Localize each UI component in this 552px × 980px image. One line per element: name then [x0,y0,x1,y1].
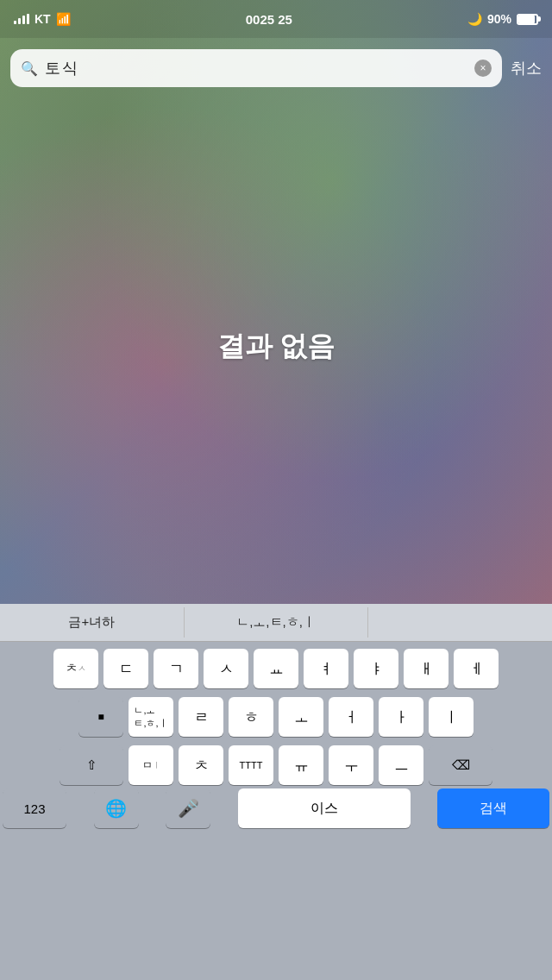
search-icon: 🔍 [21,60,38,77]
key-s[interactable]: ㅅ [204,649,248,688]
search-input-container[interactable]: 🔍 토식 × [10,49,502,87]
cancel-button[interactable]: 취소 [511,58,542,79]
search-button[interactable]: 검색 [437,788,549,828]
key-yeo[interactable]: ㅕ [304,649,348,688]
shift-button[interactable]: ⇧ [60,745,123,785]
search-area: 🔍 토식 × 취소 [0,38,552,98]
key-row-bottom: 123 🌐 🎤 이스 검색 [0,788,552,833]
clear-button[interactable]: × [474,60,492,77]
battery-percent: 90% [487,12,511,26]
globe-button[interactable]: 🌐 [94,788,139,828]
keyboard: 금+녀하 ㄴ,ㅗ,ㅌ,ㅎ,ㅣ ㅊㅅ ㄷ ㄱ ㅅ ㅛ ㅕ ㅑ ㅐ ㅔ ■ ㄴ,ㅗㅌ… [0,604,552,980]
search-input[interactable]: 토식 [45,58,467,79]
carrier-label: KT [34,12,51,26]
no-results-text: 결과 없음 [0,328,552,366]
key-ch[interactable]: ㅊ [179,745,223,785]
key-eu[interactable]: ㅡ [379,745,423,785]
key-eo[interactable]: ㅓ [329,697,373,737]
key-yo[interactable]: ㅛ [254,649,298,688]
keys-area: ㅊㅅ ㄷ ㄱ ㅅ ㅛ ㅕ ㅑ ㅐ ㅔ ■ ㄴ,ㅗㅌ,ㅎ,ㅣ ㄹ ㅎ ㅗ ㅓ ㅏ … [0,642,552,788]
key-i[interactable]: ㅣ [429,697,474,737]
key-special-1[interactable]: ■ [78,697,123,737]
moon-icon: 🌙 [467,12,482,26]
numbers-button[interactable]: 123 [3,788,66,828]
key-chss[interactable]: ㅊㅅ [53,649,98,688]
key-row-2: ■ ㄴ,ㅗㅌ,ㅎ,ㅣ ㄹ ㅎ ㅗ ㅓ ㅏ ㅣ [3,697,549,737]
suggestion-1[interactable]: 금+녀하 [0,607,185,638]
key-combo[interactable]: ㄴ,ㅗㅌ,ㅎ,ㅣ [129,697,173,737]
suggestion-3[interactable] [368,616,552,630]
key-e[interactable]: ㅔ [454,649,499,688]
key-row-1: ㅊㅅ ㄷ ㄱ ㅅ ㅛ ㅕ ㅑ ㅐ ㅔ [3,649,549,688]
key-o[interactable]: ㅗ [279,697,323,737]
key-m[interactable]: ㅁㅣ [129,745,173,785]
status-right: 🌙 90% [467,12,538,26]
battery-icon [517,14,538,25]
key-yu[interactable]: ㅠ [279,745,323,785]
time-display: 0025 25 [246,12,292,27]
suggestion-2[interactable]: ㄴ,ㅗ,ㅌ,ㅎ,ㅣ [185,607,369,638]
key-g[interactable]: ㄱ [154,649,198,688]
key-ya[interactable]: ㅑ [354,649,398,688]
space-button[interactable]: 이스 [238,788,411,828]
key-row-3: ⇧ ㅁㅣ ㅊ TTTT ㅠ ㅜ ㅡ ⌫ [3,745,549,785]
suggestion-bar: 금+녀하 ㄴ,ㅗ,ㅌ,ㅎ,ㅣ [0,604,552,642]
key-tttt[interactable]: TTTT [229,745,273,785]
key-r[interactable]: ㄹ [179,697,223,737]
wifi-icon: 📶 [56,12,71,26]
status-left: KT 📶 [14,12,71,26]
key-a[interactable]: ㅏ [379,697,423,737]
key-d[interactable]: ㄷ [104,649,148,688]
key-h[interactable]: ㅎ [229,697,273,737]
mic-button[interactable]: 🎤 [166,788,210,828]
key-ae[interactable]: ㅐ [404,649,448,688]
signal-icon [14,14,29,24]
delete-button[interactable]: ⌫ [429,745,492,785]
key-u[interactable]: ㅜ [329,745,373,785]
status-bar: KT 📶 0025 25 🌙 90% [0,0,552,38]
